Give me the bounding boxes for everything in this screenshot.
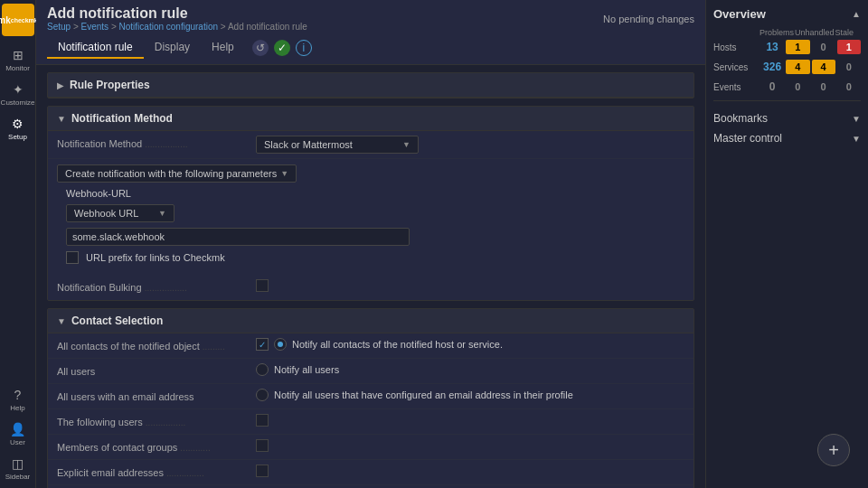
url-prefix-label: URL prefix for links to Checkmk: [86, 252, 225, 263]
all-users-value: Notify all users: [256, 363, 684, 376]
webhook-url-label: Webhook-URL: [66, 188, 131, 199]
monitor-icon: ⊞: [13, 48, 24, 62]
sidebar-item-setup[interactable]: ⚙ Setup: [2, 112, 34, 145]
master-control[interactable]: Master control ▼: [713, 128, 861, 148]
notification-method-label: Notification Method .................: [57, 136, 256, 149]
contact-groups-toggle[interactable]: [256, 439, 269, 452]
app-logo[interactable]: mk checkmk: [2, 4, 34, 36]
webhook-url-input-row: Webhook URL ▼: [66, 204, 684, 222]
breadcrumb: Setup > Events > Notification configurat…: [47, 22, 307, 32]
customize-icon: ✦: [13, 82, 24, 97]
nav-icon-info[interactable]: i: [296, 40, 312, 56]
explicit-email-row: Explicit email addresses ...............: [48, 460, 693, 485]
breadcrumb-setup[interactable]: Setup: [47, 22, 71, 32]
hosts-problems: 1: [786, 40, 809, 54]
all-users-email-value: Notify all users that have configured an…: [256, 389, 684, 401]
sidebar-toggle-icon: ◫: [12, 456, 24, 471]
bookmarks-header[interactable]: Bookmarks ▼: [713, 108, 861, 128]
nav-icons: ↺ ✓ i: [252, 40, 312, 56]
explicit-email-value: [256, 465, 684, 477]
contact-selection-title: Contact Selection: [71, 314, 163, 327]
user-icon: 👤: [10, 422, 25, 436]
webhook-url-select[interactable]: Webhook URL ▼: [66, 204, 175, 222]
events-problems: 0: [786, 80, 809, 94]
rule-properties-title: Rule Properties: [70, 79, 150, 91]
following-users-toggle[interactable]: [256, 414, 269, 427]
setup-icon: ⚙: [12, 117, 24, 131]
content-area: ▶ Rule Properties ▼ Notification Method …: [36, 65, 705, 488]
overview-title: Overview: [713, 7, 766, 21]
contact-selection-arrow: ▼: [57, 316, 66, 326]
contact-selection-header[interactable]: ▼ Contact Selection: [48, 309, 693, 333]
tab-display[interactable]: Display: [144, 37, 201, 59]
overview-header[interactable]: Overview ▲: [713, 7, 861, 21]
nav-tabs: Notification rule Display Help ↺ ✓ i: [47, 37, 694, 59]
all-users-radio[interactable]: [256, 363, 269, 376]
notification-bulking-row: Notification Bulking .................: [48, 275, 693, 300]
nav-icon-reset[interactable]: ↺: [252, 40, 269, 56]
webhook-url-input[interactable]: [66, 228, 410, 246]
fab-add-button[interactable]: +: [817, 434, 850, 466]
following-users-row: The following users ................: [48, 409, 693, 435]
all-contacts-checkbox[interactable]: [256, 338, 269, 351]
all-contacts-value: Notify all contacts of the notified host…: [256, 338, 684, 351]
sidebar-item-sidebar[interactable]: ◫ Sidebar: [2, 452, 34, 484]
webhook-url-row: Webhook-URL: [66, 188, 684, 199]
hosts-label: Hosts: [713, 42, 759, 52]
explicit-email-toggle[interactable]: [256, 465, 269, 477]
rule-properties-section: ▶ Rule Properties: [47, 72, 694, 99]
breadcrumb-events[interactable]: Events: [81, 22, 109, 32]
method-select-arrow: ▼: [402, 140, 410, 149]
notification-method-section: ▼ Notification Method Notification Metho…: [47, 106, 694, 301]
main-content: Add notification rule Setup > Events > N…: [36, 0, 705, 488]
services-value: 326: [760, 59, 784, 75]
bookmarks-arrow: ▼: [852, 114, 861, 124]
hosts-stats: Problems Unhandled Stale Hosts 13 1 0 1 …: [713, 28, 861, 101]
notification-method-value: Slack or Mattermost ▼: [256, 136, 684, 154]
sidebar-item-monitor[interactable]: ⊞ Monitor: [2, 43, 34, 76]
contact-groups-label: Members of contact groups ............: [57, 439, 256, 453]
url-prefix-checkbox[interactable]: [66, 251, 79, 264]
all-users-email-radio[interactable]: [256, 389, 269, 401]
contact-selection-section: ▼ Contact Selection All contacts of the …: [47, 308, 694, 488]
notification-bulking-toggle[interactable]: [256, 279, 269, 292]
services-problems: 4: [786, 60, 809, 74]
webhook-select-arrow: ▼: [158, 209, 166, 218]
events-value: 0: [760, 79, 784, 95]
sidebar-item-user[interactable]: 👤 User: [2, 418, 34, 450]
create-notification-arrow: ▼: [280, 169, 288, 178]
webhook-value-row: [66, 228, 684, 246]
tab-notification-rule[interactable]: Notification rule: [47, 37, 144, 59]
sidebar-item-help[interactable]: ? Help: [2, 383, 34, 416]
all-contacts-label: All contacts of the notified object ....…: [57, 338, 256, 352]
status-text: No pending changes: [603, 14, 694, 24]
create-notification-row: Create notification with the following p…: [57, 164, 684, 183]
sidebar-item-customize[interactable]: ✦ Customize: [2, 78, 34, 110]
all-contacts-row: All contacts of the notified object ....…: [48, 333, 693, 359]
hosts-value: 13: [760, 39, 784, 55]
notification-method-content: Create notification with the following p…: [48, 159, 693, 275]
following-users-value: [256, 414, 684, 427]
contact-groups-value: [256, 439, 684, 452]
page-title: Add notification rule: [47, 5, 307, 22]
master-control-arrow: ▼: [852, 134, 861, 144]
all-users-email-label: All users with an email address: [57, 389, 256, 402]
hosts-unhandled: 0: [812, 40, 835, 54]
master-control-title: Master control: [713, 132, 782, 145]
services-label: Services: [713, 62, 759, 72]
tab-help[interactable]: Help: [201, 37, 245, 59]
all-contacts-radio[interactable]: [274, 338, 287, 351]
create-notification-select[interactable]: Create notification with the following p…: [57, 164, 297, 183]
method-select[interactable]: Slack or Mattermost ▼: [256, 136, 419, 154]
nav-icon-save[interactable]: ✓: [274, 40, 290, 56]
rule-properties-header[interactable]: ▶ Rule Properties: [48, 73, 693, 98]
notification-method-header[interactable]: ▼ Notification Method: [48, 107, 693, 131]
left-sidebar: mk checkmk ⊞ Monitor ✦ Customize ⚙ Setup…: [0, 0, 36, 488]
page-header: Add notification rule Setup > Events > N…: [36, 0, 705, 65]
hosts-stale: 1: [837, 40, 861, 54]
overview-arrow: ▲: [852, 9, 861, 19]
following-users-label: The following users ................: [57, 414, 256, 427]
webhook-section: Webhook-URL Webhook URL ▼ URL prefix for…: [57, 188, 684, 264]
rule-properties-arrow: ▶: [57, 80, 64, 90]
breadcrumb-notification-config[interactable]: Notification configuration: [119, 22, 219, 32]
